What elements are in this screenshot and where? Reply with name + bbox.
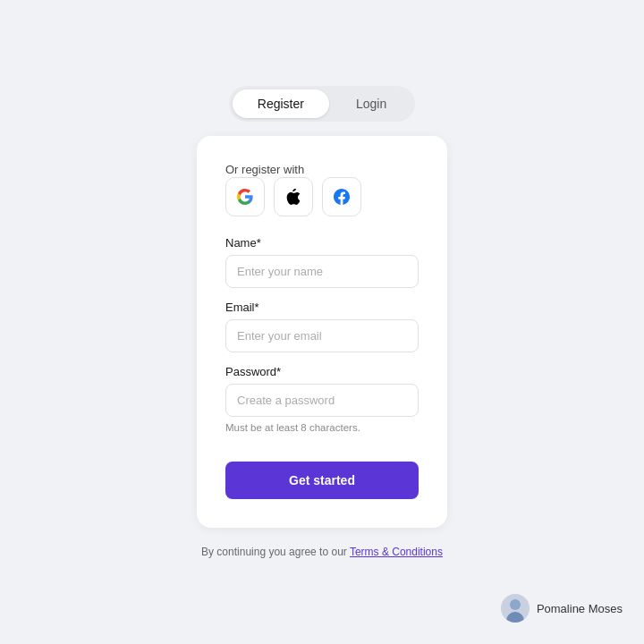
apple-icon <box>285 189 301 205</box>
password-input[interactable] <box>225 384 419 417</box>
email-field-group: Email* <box>225 301 419 352</box>
email-input[interactable] <box>225 319 419 352</box>
avatar-head <box>510 599 521 610</box>
user-badge: Pomaline Moses <box>501 594 623 623</box>
google-icon <box>237 189 253 205</box>
name-field-group: Name* <box>225 236 419 288</box>
tab-login[interactable]: Login <box>331 89 411 118</box>
password-label: Password* <box>225 365 419 378</box>
password-hint: Must be at least 8 characters. <box>225 422 419 433</box>
or-register-label: Or register with <box>225 163 304 176</box>
apple-signin-button[interactable] <box>274 177 313 216</box>
facebook-signin-button[interactable] <box>322 177 361 216</box>
google-signin-button[interactable] <box>225 177 265 216</box>
avatar-body <box>506 612 524 623</box>
email-label: Email* <box>225 301 419 314</box>
tab-register[interactable]: Register <box>233 89 329 118</box>
avatar <box>501 594 530 623</box>
password-field-group: Password* Must be at least 8 characters. <box>225 365 419 433</box>
terms-link[interactable]: Terms & Conditions <box>350 546 443 558</box>
social-buttons-row <box>225 177 419 216</box>
page-container: Register Login Or register with <box>0 86 644 558</box>
terms-footer: By continuing you agree to our Terms & C… <box>201 546 443 558</box>
user-name: Pomaline Moses <box>537 602 623 615</box>
tab-switcher: Register Login <box>229 86 415 122</box>
get-started-button[interactable]: Get started <box>225 462 419 499</box>
register-card: Or register with <box>197 136 447 528</box>
name-input[interactable] <box>225 255 419 288</box>
facebook-icon <box>334 189 350 205</box>
terms-prefix: By continuing you agree to our <box>201 546 350 558</box>
name-label: Name* <box>225 236 419 250</box>
